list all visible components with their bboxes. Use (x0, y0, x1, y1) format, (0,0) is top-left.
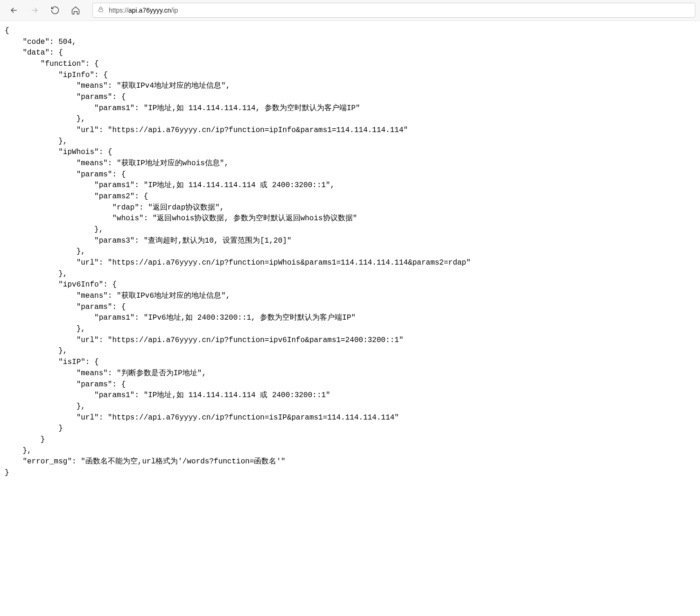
svg-rect-0 (99, 9, 103, 12)
arrow-left-icon (9, 6, 19, 15)
refresh-icon (50, 6, 60, 15)
browser-toolbar: https://api.a76yyyy.cn/ip (0, 0, 700, 21)
json-response: { "code": 504, "data": { "function": { "… (5, 26, 695, 479)
arrow-right-icon (30, 6, 39, 15)
address-bar[interactable]: https://api.a76yyyy.cn/ip (92, 3, 695, 18)
home-button[interactable] (66, 2, 85, 19)
url-text: https://api.a76yyyy.cn/ip (109, 7, 178, 14)
forward-button[interactable] (25, 2, 44, 19)
home-icon (71, 6, 80, 15)
refresh-button[interactable] (46, 2, 64, 19)
back-button[interactable] (5, 2, 23, 19)
lock-icon (98, 6, 104, 14)
page-content: { "code": 504, "data": { "function": { "… (0, 21, 700, 483)
